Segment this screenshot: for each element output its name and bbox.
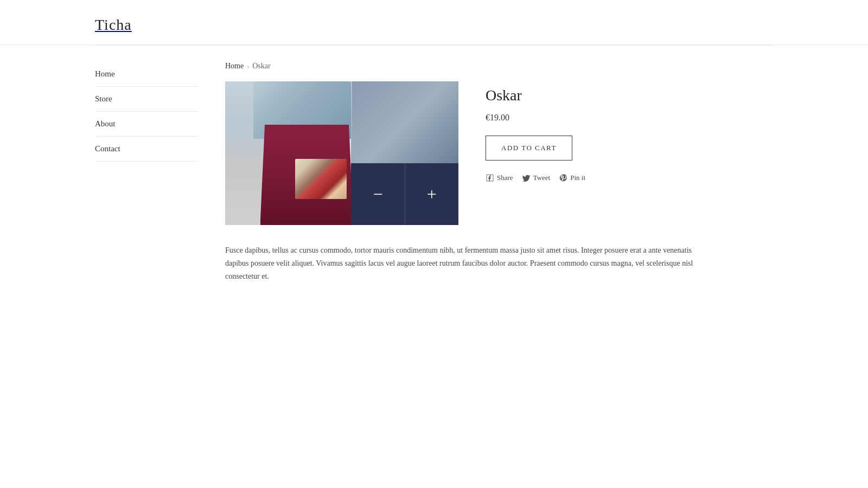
product-info: Oskar €19.00 ADD TO CART Share	[486, 81, 773, 225]
pinterest-pin-label: Pin it	[570, 174, 585, 182]
sidebar-item-home[interactable]: Home	[95, 62, 198, 86]
sidebar-item-about[interactable]: About	[95, 112, 198, 136]
twitter-icon	[522, 174, 531, 182]
breadcrumb-current: Oskar	[252, 62, 270, 70]
breadcrumb-separator: ›	[247, 62, 249, 70]
nav-item-home: Home	[95, 62, 198, 87]
twitter-tweet-link[interactable]: Tweet	[522, 174, 551, 182]
product-layout: − + Oskar €19.00 ADD TO CART	[225, 81, 773, 225]
right-panel-image	[351, 81, 458, 163]
sidebar-item-store[interactable]: Store	[95, 87, 198, 111]
facebook-share-label: Share	[497, 174, 513, 182]
breadcrumb-home[interactable]: Home	[225, 62, 244, 70]
nav-item-contact: Contact	[95, 137, 198, 162]
main-layout: Home Store About Contact Home › Oskar	[0, 46, 868, 282]
sidebar-nav: Home Store About Contact	[95, 62, 198, 162]
product-description: Fusce dapibus, tellus ac cursus commodo,…	[225, 244, 703, 282]
image-minus-button[interactable]: −	[351, 163, 405, 225]
site-header: Ticha	[0, 0, 868, 45]
pinterest-pin-link[interactable]: Pin it	[559, 174, 585, 182]
main-content: Home › Oskar − +	[214, 46, 773, 282]
site-title-link[interactable]: Ticha	[95, 16, 773, 34]
breadcrumb: Home › Oskar	[225, 62, 773, 70]
add-to-cart-button[interactable]: ADD TO CART	[486, 136, 572, 160]
facebook-icon	[486, 174, 494, 182]
image-plus-button[interactable]: +	[405, 163, 458, 225]
site-title: Ticha	[95, 16, 773, 34]
bag-layer	[295, 159, 347, 199]
nav-item-about: About	[95, 112, 198, 137]
pinterest-icon	[559, 174, 567, 182]
image-controls: − +	[351, 163, 458, 225]
facebook-share-link[interactable]: Share	[486, 174, 513, 182]
product-image: − +	[225, 81, 458, 225]
sidebar-item-contact[interactable]: Contact	[95, 137, 198, 161]
nav-item-store: Store	[95, 87, 198, 112]
twitter-tweet-label: Tweet	[533, 174, 551, 182]
social-share: Share Tweet	[486, 174, 773, 182]
product-price: €19.00	[486, 113, 773, 123]
nav-list: Home Store About Contact	[95, 62, 198, 162]
product-name: Oskar	[486, 87, 773, 104]
sidebar: Home Store About Contact	[95, 46, 214, 282]
